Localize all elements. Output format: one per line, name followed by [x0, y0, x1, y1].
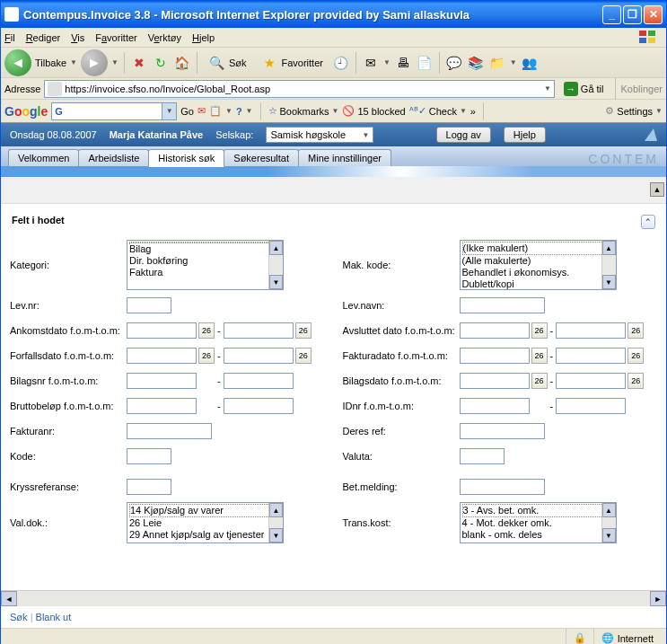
- list-item[interactable]: Bilag: [129, 243, 281, 255]
- favorites-button[interactable]: ★Favoritter: [255, 51, 328, 75]
- bilagsnr-to-input[interactable]: [224, 373, 294, 389]
- edit-icon[interactable]: 📄: [416, 54, 434, 72]
- kode-input[interactable]: [127, 448, 171, 464]
- calendar-icon[interactable]: 26: [628, 348, 644, 364]
- makkode-listbox[interactable]: (Ikke makulert) (Alle makulerte) Behandl…: [460, 240, 617, 290]
- scroll-up-icon[interactable]: ▲: [269, 241, 283, 255]
- sok-link[interactable]: Søk: [10, 612, 28, 622]
- links-label[interactable]: Koblinger: [621, 84, 663, 94]
- folder-icon[interactable]: 📁: [488, 54, 506, 72]
- discuss-icon[interactable]: 💬: [445, 54, 463, 72]
- calendar-icon[interactable]: 26: [628, 373, 644, 389]
- search-button[interactable]: 🔍Søk: [203, 51, 252, 75]
- scroll-up-button[interactable]: ▲: [650, 182, 664, 197]
- back-dropdown-icon[interactable]: ▼: [70, 58, 77, 66]
- calendar-icon[interactable]: 26: [198, 348, 215, 364]
- check-button[interactable]: ᴬᴮ✓Check▼: [409, 105, 467, 117]
- levnr-input[interactable]: [127, 297, 171, 313]
- brutto-from-input[interactable]: [127, 398, 197, 414]
- calendar-icon[interactable]: 📋: [209, 105, 222, 117]
- list-item[interactable]: 14 Kjøp/salg av varer: [129, 504, 281, 517]
- address-dropdown-icon[interactable]: ▼: [544, 84, 551, 93]
- messenger-icon[interactable]: 👥: [521, 54, 539, 72]
- help-button[interactable]: Hjelp: [504, 127, 546, 143]
- forfall-from-input[interactable]: [127, 348, 197, 364]
- fakturadato-from-input[interactable]: [460, 348, 530, 364]
- list-item[interactable]: 26 Leie: [129, 517, 281, 529]
- mail-icon[interactable]: ✉: [362, 54, 380, 72]
- minimize-button[interactable]: _: [602, 5, 621, 24]
- help-icon[interactable]: ?: [236, 106, 242, 117]
- bilagsdato-from-input[interactable]: [460, 373, 530, 389]
- ankomst-from-input[interactable]: [127, 322, 197, 339]
- calendar-icon[interactable]: 26: [628, 322, 644, 339]
- logout-button[interactable]: Logg av: [436, 127, 491, 143]
- scroll-right-icon[interactable]: ►: [650, 591, 666, 606]
- collapse-section-button[interactable]: ⌃: [641, 215, 655, 229]
- valdok-listbox[interactable]: 14 Kjøp/salg av varer 26 Leie 29 Annet k…: [127, 502, 284, 543]
- list-item[interactable]: Behandlet i økonomisys.: [462, 267, 614, 278]
- back-button[interactable]: ◄: [4, 49, 31, 76]
- close-button[interactable]: ✕: [644, 5, 663, 24]
- google-search-dropdown-icon[interactable]: ▼: [162, 103, 176, 119]
- gmail-icon[interactable]: ✉: [197, 105, 206, 117]
- horizontal-scrollbar[interactable]: ◄ ►: [1, 590, 666, 606]
- valuta-input[interactable]: [460, 448, 505, 464]
- maximize-button[interactable]: ❐: [623, 5, 642, 24]
- list-item[interactable]: 3 - Avs. bet. omk.: [462, 504, 614, 517]
- menu-favorites[interactable]: Favoritter: [95, 32, 136, 43]
- tab-arbeidsliste[interactable]: Arbeidsliste: [78, 149, 149, 166]
- menu-file[interactable]: Fil: [4, 32, 15, 43]
- scroll-down-icon[interactable]: ▼: [269, 275, 283, 289]
- fwd-dropdown-icon[interactable]: ▼: [111, 58, 118, 66]
- avsluttet-to-input[interactable]: [556, 322, 626, 339]
- scroll-up-icon[interactable]: ▲: [269, 503, 283, 517]
- stop-icon[interactable]: ✖: [130, 54, 148, 72]
- scroll-down-icon[interactable]: ▼: [602, 528, 616, 543]
- menu-view[interactable]: Vis: [71, 32, 84, 43]
- forward-button[interactable]: ►: [81, 49, 108, 76]
- scroll-down-icon[interactable]: ▼: [269, 528, 283, 543]
- tab-mine-innstillinger[interactable]: Mine innstillinger: [298, 149, 391, 166]
- menu-edit[interactable]: Rediger: [26, 32, 61, 43]
- history-icon[interactable]: 🕘: [332, 54, 350, 72]
- transkost-listbox[interactable]: 3 - Avs. bet. omk. 4 - Mot. dekker omk. …: [460, 502, 617, 543]
- settings-button[interactable]: ⚙Settings▼: [605, 105, 663, 117]
- calendar-icon[interactable]: 26: [295, 348, 312, 364]
- tab-sokeresultat[interactable]: Søkeresultat: [224, 149, 299, 166]
- idnr-from-input[interactable]: [460, 398, 530, 414]
- tab-historisk-sok[interactable]: Historisk søk: [148, 149, 224, 167]
- bilagsnr-from-input[interactable]: [127, 373, 197, 389]
- brutto-to-input[interactable]: [224, 398, 294, 414]
- ankomst-to-input[interactable]: [224, 322, 294, 339]
- list-item[interactable]: (Ikke makulert): [462, 242, 614, 255]
- calendar-icon[interactable]: 26: [531, 322, 548, 339]
- menu-help[interactable]: Hjelp: [192, 32, 215, 43]
- go-button[interactable]: → Gå til: [558, 80, 610, 98]
- scroll-down-icon[interactable]: ▼: [602, 275, 616, 289]
- print-icon[interactable]: 🖶: [394, 54, 412, 72]
- blank-ut-link[interactable]: Blank ut: [36, 612, 72, 622]
- avsluttet-from-input[interactable]: [460, 322, 530, 339]
- list-item[interactable]: blank - omk. deles: [462, 529, 614, 541]
- betmelding-input[interactable]: [460, 479, 545, 495]
- list-item[interactable]: 4 - Mot. dekker omk.: [462, 517, 614, 529]
- google-search-input[interactable]: G ▼: [51, 102, 177, 120]
- more-icon[interactable]: »: [470, 106, 476, 117]
- list-item[interactable]: (Alle makulerte): [462, 255, 614, 267]
- bilagsdato-to-input[interactable]: [556, 373, 626, 389]
- tab-velkommen[interactable]: Velkommen: [8, 149, 79, 166]
- deresref-input[interactable]: [460, 423, 545, 439]
- menu-tools[interactable]: Verktøy: [148, 32, 181, 43]
- kryss-input[interactable]: [127, 479, 171, 495]
- list-item[interactable]: Dir. bokføring: [129, 255, 281, 267]
- calendar-icon[interactable]: 26: [531, 348, 548, 364]
- google-go-button[interactable]: Go: [180, 106, 194, 117]
- calendar-icon[interactable]: 26: [295, 322, 312, 339]
- list-item[interactable]: 29 Annet kjøp/salg av tjenester: [129, 529, 281, 541]
- address-input[interactable]: https://invoice.sfso.no/Invoice/Global_R…: [44, 80, 554, 98]
- scroll-left-icon[interactable]: ◄: [1, 591, 17, 606]
- research-icon[interactable]: 📚: [467, 54, 485, 72]
- idnr-to-input[interactable]: [556, 398, 626, 414]
- fakturanr-input[interactable]: [127, 423, 212, 439]
